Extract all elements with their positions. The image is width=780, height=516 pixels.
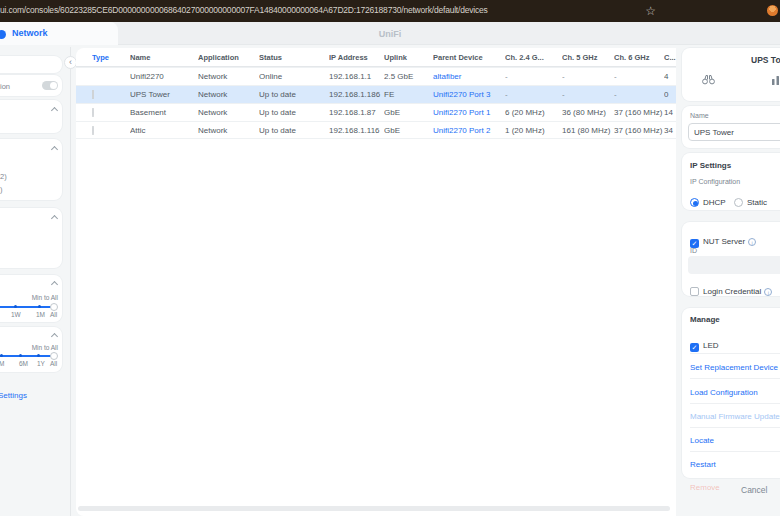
device-ip: 192.168.1.186 bbox=[329, 90, 384, 99]
toggle-knob bbox=[50, 82, 57, 89]
parent-device-link[interactable]: altafiber bbox=[433, 72, 505, 81]
chevron-up-icon[interactable] bbox=[51, 107, 58, 114]
login-credential-label: Login Credential bbox=[703, 287, 761, 296]
nut-server-row: ✓NUT Serveri bbox=[690, 230, 756, 248]
remove-device-button[interactable]: Remove bbox=[690, 483, 720, 492]
column-ch-24ghz[interactable]: Ch. 2.4 G... bbox=[505, 53, 562, 62]
locate-link[interactable]: Locate bbox=[690, 436, 714, 445]
info-icon[interactable]: i bbox=[764, 288, 772, 296]
parent-device-link[interactable]: Unifi2270 Port 3 bbox=[433, 90, 505, 99]
device-clients: 34 bbox=[664, 126, 676, 135]
table-row-attic[interactable]: Attic Network Up to date 192.168.1.116 G… bbox=[76, 121, 676, 139]
device-uplink: GbE bbox=[384, 108, 433, 117]
table-row-unifi2270[interactable]: Unifi2270 Network Online 192.168.1.1 2.5… bbox=[76, 67, 676, 85]
load-configuration-link[interactable]: Load Configuration bbox=[690, 388, 758, 397]
column-application[interactable]: Application bbox=[198, 53, 259, 62]
sidebar-slider-card-2: Min to All M 6M 1Y All bbox=[0, 327, 62, 372]
panel-name-card: Name bbox=[682, 106, 780, 148]
device-ch5: 161 (80 MHz) bbox=[562, 126, 614, 135]
panel-nut-card: ✓NUT Serveri ID Login Credentiali bbox=[682, 222, 780, 296]
sidebar-settings-link[interactable]: Settings bbox=[0, 391, 27, 400]
device-status: Online bbox=[259, 72, 329, 81]
slider-range-label: Min to All bbox=[32, 344, 58, 351]
device-application: Network bbox=[198, 108, 259, 117]
browser-profile-avatar[interactable] bbox=[767, 5, 778, 16]
browser-address-bar[interactable]: ui.com/consoles/60223285CE6D000000000068… bbox=[0, 0, 780, 22]
column-ch-6ghz[interactable]: Ch. 6 GHz bbox=[614, 53, 664, 62]
checkbox-checked-icon[interactable]: ✓ bbox=[690, 343, 699, 352]
parent-device-link[interactable]: Unifi2270 Port 1 bbox=[433, 108, 505, 117]
column-clients[interactable]: C... bbox=[664, 53, 676, 62]
time-range-slider[interactable] bbox=[0, 306, 57, 308]
column-ch-5ghz[interactable]: Ch. 5 GHz bbox=[562, 53, 614, 62]
nut-server-label: NUT Server bbox=[703, 237, 745, 246]
chevron-up-icon[interactable] bbox=[51, 146, 58, 153]
info-icon[interactable]: i bbox=[748, 238, 756, 246]
radio-unselected-icon[interactable] bbox=[734, 198, 743, 207]
device-name-input[interactable] bbox=[688, 123, 780, 141]
checkbox-unchecked-icon[interactable] bbox=[690, 287, 699, 296]
device-name: Basement bbox=[130, 108, 198, 117]
column-name[interactable]: Name bbox=[130, 53, 198, 62]
filter-count-fragment: 2) bbox=[0, 172, 7, 181]
dhcp-label: DHCP bbox=[703, 198, 726, 207]
slider-tick bbox=[0, 354, 3, 357]
column-status[interactable]: Status bbox=[259, 53, 329, 62]
bookmark-star-icon[interactable]: ☆ bbox=[645, 3, 656, 19]
chevron-up-icon[interactable] bbox=[51, 281, 58, 288]
chevron-up-icon[interactable] bbox=[51, 215, 58, 222]
binoculars-icon[interactable] bbox=[702, 74, 715, 85]
unifi-devices-page: { "colors": { "accent_blue": "#1e6ff5", … bbox=[0, 0, 780, 516]
radio-dhcp[interactable]: DHCP bbox=[690, 191, 726, 209]
sidebar-section-1 bbox=[0, 100, 62, 133]
nut-id-input[interactable] bbox=[688, 256, 780, 274]
device-ch5: 36 (80 MHz) bbox=[562, 108, 614, 117]
url-text[interactable]: ui.com/consoles/60223285CE6D000000000068… bbox=[0, 5, 488, 15]
console-title: UniFi bbox=[0, 29, 780, 39]
slider-range-label: Min to All bbox=[32, 294, 58, 301]
table-row-basement[interactable]: Basement Network Up to date 192.168.1.87… bbox=[76, 103, 676, 121]
device-ch24: - bbox=[505, 72, 562, 81]
column-ip-address[interactable]: IP Address bbox=[329, 53, 384, 62]
slider-tick bbox=[37, 354, 40, 357]
slider-tick-label: All bbox=[50, 360, 57, 367]
device-ch24: 1 (20 MHz) bbox=[505, 126, 562, 135]
sidebar-search-bar[interactable] bbox=[0, 56, 62, 73]
table-row-ups-tower[interactable]: UPS Tower Network Up to date 192.168.1.1… bbox=[76, 85, 676, 103]
id-field-label: ID bbox=[690, 247, 697, 254]
chevron-up-icon[interactable] bbox=[51, 333, 58, 340]
ap-device-icon bbox=[92, 108, 130, 117]
slider-handle[interactable] bbox=[50, 352, 58, 360]
radio-static[interactable]: Static bbox=[734, 191, 767, 209]
column-uplink[interactable]: Uplink bbox=[384, 53, 433, 62]
led-row: ✓LED bbox=[690, 334, 719, 352]
device-status: Up to date bbox=[259, 126, 329, 135]
app-top-bar: Network UniFi bbox=[0, 22, 780, 45]
panel-title: UPS Tower bbox=[751, 55, 780, 65]
slider-handle[interactable] bbox=[50, 303, 58, 311]
set-replacement-device-link[interactable]: Set Replacement Device bbox=[690, 363, 778, 372]
restart-link[interactable]: Restart bbox=[690, 460, 716, 469]
device-ch5: - bbox=[562, 90, 614, 99]
device-clients: 4 bbox=[664, 72, 676, 81]
ip-configuration-label: IP Configuration bbox=[690, 178, 740, 185]
sidebar-toggle[interactable] bbox=[42, 81, 58, 90]
ip-settings-heading: IP Settings bbox=[690, 161, 731, 170]
device-uplink: GbE bbox=[384, 126, 433, 135]
name-field-label: Name bbox=[690, 112, 709, 119]
time-range-slider[interactable] bbox=[0, 355, 57, 357]
parent-device-link[interactable]: Unifi2270 Port 2 bbox=[433, 126, 505, 135]
column-parent-device[interactable]: Parent Device bbox=[433, 53, 505, 62]
cancel-button[interactable]: Cancel bbox=[741, 485, 767, 495]
device-ch5: - bbox=[562, 72, 614, 81]
radio-selected-icon[interactable] bbox=[690, 198, 699, 207]
ups-device-icon bbox=[92, 90, 130, 99]
login-credential-row: Login Credentiali bbox=[690, 280, 772, 298]
device-application: Network bbox=[198, 72, 259, 81]
device-ip: 192.168.1.87 bbox=[329, 108, 384, 117]
ap-device-icon bbox=[92, 126, 130, 135]
column-type[interactable]: Type bbox=[92, 53, 130, 62]
horizontal-scrollbar[interactable] bbox=[78, 506, 670, 511]
statistics-chart-icon[interactable] bbox=[772, 74, 780, 85]
device-ch6: 37 (160 MHz) bbox=[614, 108, 664, 117]
